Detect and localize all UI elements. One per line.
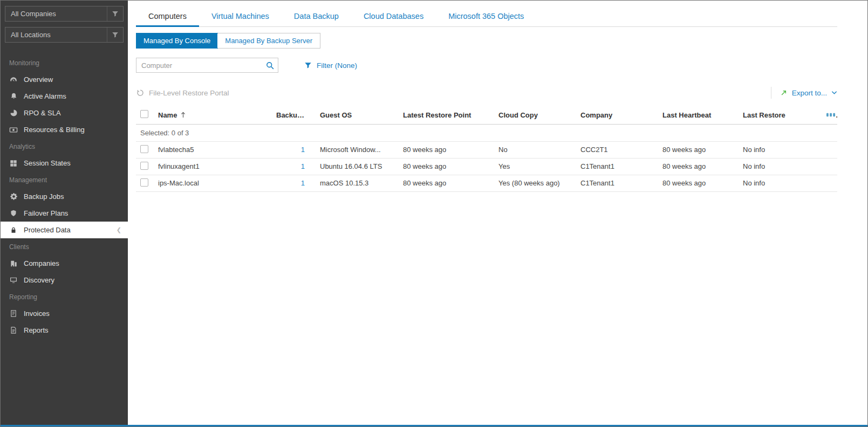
- tab-microsoft-365-objects[interactable]: Microsoft 365 Objects: [436, 12, 536, 26]
- tab-virtual-machines[interactable]: Virtual Machines: [199, 12, 282, 26]
- toolbar-divider: [771, 87, 771, 99]
- cell-name: ips-Mac.local: [158, 175, 276, 191]
- file-level-restore-portal-button[interactable]: File-Level Restore Portal: [136, 88, 229, 97]
- table-row[interactable]: fvlinuxagent1 1 Ubuntu 16.04.6 LTS 80 we…: [136, 158, 837, 175]
- bell-icon: [9, 92, 18, 101]
- lock-icon: [9, 226, 18, 235]
- sidebar-item-label: Reports: [24, 326, 49, 334]
- window-bottom-accent: [1, 425, 867, 426]
- cell-guest-os: Ubuntu 16.04.6 LTS: [320, 158, 403, 175]
- sidebar-item-session-states[interactable]: Session States: [1, 155, 128, 171]
- funnel-icon[interactable]: [107, 27, 123, 42]
- cell-guest-os: macOS 10.15.3: [320, 175, 403, 191]
- shield-icon: [9, 209, 18, 218]
- column-header-name[interactable]: Name: [158, 106, 276, 124]
- sort-ascending-icon: [181, 112, 186, 118]
- grid-icon: [9, 159, 18, 168]
- cell-company: C1Tenant1: [580, 175, 662, 191]
- sidebar-item-backup-jobs[interactable]: Backup Jobs: [1, 188, 128, 205]
- select-all-checkbox[interactable]: [140, 110, 148, 118]
- backups-link[interactable]: 1: [301, 162, 305, 170]
- sidebar-item-label: Protected Data: [24, 226, 71, 234]
- sidebar-item-overview[interactable]: Overview: [1, 71, 128, 88]
- sidebar-item-label: Discovery: [24, 276, 54, 284]
- column-header-guest-os[interactable]: Guest OS: [320, 106, 403, 124]
- gear-icon: [9, 192, 18, 201]
- export-to-button[interactable]: Export to...: [780, 89, 837, 97]
- column-header-latest-restore-point[interactable]: Latest Restore Point: [403, 106, 498, 124]
- sidebar-item-label: Backup Jobs: [24, 192, 64, 201]
- chevron-down-icon: [831, 91, 837, 95]
- selection-summary-row: Selected: 0 of 3: [136, 124, 837, 141]
- building-icon: [9, 259, 18, 268]
- sidebar-item-label: Failover Plans: [24, 209, 68, 217]
- sidebar-item-failover-plans[interactable]: Failover Plans: [1, 205, 128, 222]
- column-header-last-heartbeat[interactable]: Last Heartbeat: [662, 106, 743, 124]
- cell-company: CCC2T1: [580, 141, 662, 158]
- sidebar-item-protected-data[interactable]: Protected Data ❮: [1, 222, 128, 238]
- cell-name: fvlabtecha5: [158, 141, 276, 158]
- file-level-restore-portal-label: File-Level Restore Portal: [149, 89, 229, 97]
- backups-link[interactable]: 1: [301, 146, 305, 154]
- column-header-cloud-copy[interactable]: Cloud Copy: [498, 106, 580, 124]
- report-icon: [9, 326, 18, 335]
- column-header-last-restore[interactable]: Last Restore: [743, 106, 826, 124]
- row-checkbox[interactable]: [140, 145, 148, 153]
- columns-icon[interactable]: [826, 112, 836, 118]
- gauge-icon: [9, 75, 18, 84]
- row-checkbox[interactable]: [140, 178, 148, 187]
- tab-data-backup[interactable]: Data Backup: [282, 12, 351, 26]
- sidebar-item-label: Active Alarms: [24, 92, 66, 100]
- sidebar-item-invoices[interactable]: Invoices: [1, 305, 128, 322]
- sidebar-item-rpo-sla[interactable]: RPO & SLA: [1, 105, 128, 121]
- arrow-up-right-icon: [780, 89, 788, 97]
- sidebar-section-monitoring: Monitoring: [1, 54, 128, 71]
- table-header-row: Name Backups Guest OS Latest Restore Poi…: [136, 106, 837, 124]
- sidebar-item-companies[interactable]: Companies: [1, 255, 128, 272]
- cell-latest-restore-point: 80 weeks ago: [403, 141, 498, 158]
- monitor-icon: [9, 276, 18, 285]
- pie-clock-icon: [9, 109, 18, 118]
- cell-last-heartbeat: 80 weeks ago: [662, 175, 743, 191]
- location-filter-dropdown[interactable]: All Locations: [5, 27, 124, 43]
- cell-last-heartbeat: 80 weeks ago: [662, 141, 743, 158]
- sidebar-section-clients: Clients: [1, 238, 128, 255]
- cell-cloud-copy: Yes (80 weeks ago): [498, 175, 580, 191]
- cell-name: fvlinuxagent1: [158, 158, 276, 175]
- column-header-company[interactable]: Company: [580, 106, 662, 124]
- computers-table: Name Backups Guest OS Latest Restore Poi…: [136, 106, 837, 192]
- sidebar-item-label: Companies: [24, 259, 59, 267]
- cell-latest-restore-point: 80 weeks ago: [403, 175, 498, 191]
- sidebar-item-label: Invoices: [24, 309, 50, 318]
- tab-computers[interactable]: Computers: [136, 12, 199, 26]
- sidebar-item-reports[interactable]: Reports: [1, 322, 128, 339]
- table-row[interactable]: fvlabtecha5 1 Microsoft Window... 80 wee…: [136, 141, 837, 158]
- sidebar-item-active-alarms[interactable]: Active Alarms: [1, 88, 128, 105]
- cell-guest-os: Microsoft Window...: [320, 141, 403, 158]
- column-header-backups[interactable]: Backups: [276, 106, 320, 124]
- filter-button[interactable]: Filter (None): [304, 61, 357, 70]
- sidebar-section-management: Management: [1, 171, 128, 188]
- managed-by-console-button[interactable]: Managed By Console: [136, 33, 218, 49]
- main-content: Computers Virtual Machines Data Backup C…: [128, 1, 867, 425]
- row-checkbox[interactable]: [140, 162, 148, 170]
- sidebar-item-resources-billing[interactable]: Resources & Billing: [1, 121, 128, 138]
- export-group: Export to...: [771, 87, 837, 99]
- company-filter-value: All Companies: [11, 10, 107, 18]
- backups-link[interactable]: 1: [301, 179, 305, 187]
- sidebar-item-label: Overview: [24, 75, 53, 84]
- funnel-icon[interactable]: [107, 6, 123, 21]
- search-row: Filter (None): [136, 58, 837, 73]
- export-to-label: Export to...: [792, 89, 827, 97]
- tab-bar: Computers Virtual Machines Data Backup C…: [136, 1, 837, 27]
- funnel-icon: [304, 61, 312, 69]
- table-row[interactable]: ips-Mac.local 1 macOS 10.15.3 80 weeks a…: [136, 175, 837, 191]
- company-filter-dropdown[interactable]: All Companies: [5, 6, 124, 22]
- managed-by-backup-server-button[interactable]: Managed By Backup Server: [217, 33, 320, 48]
- search-icon[interactable]: [265, 61, 275, 70]
- computer-search-input[interactable]: [141, 61, 265, 70]
- app-window: All Companies All Locations Monitoring O: [0, 0, 868, 427]
- sidebar-item-discovery[interactable]: Discovery: [1, 272, 128, 288]
- tab-cloud-databases[interactable]: Cloud Databases: [351, 12, 436, 26]
- cell-latest-restore-point: 80 weeks ago: [403, 158, 498, 175]
